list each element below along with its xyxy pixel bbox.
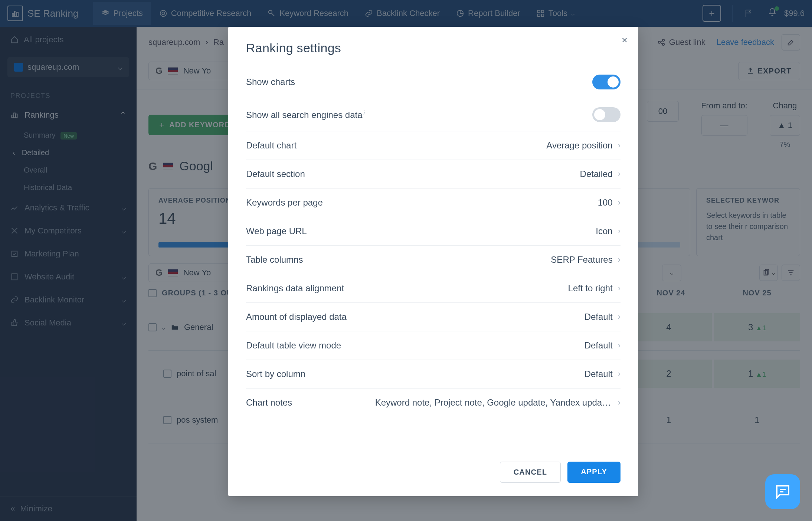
setting-default-chart[interactable]: Default chart Average position› xyxy=(246,131,621,160)
setting-show-charts-label: Show charts xyxy=(246,77,295,87)
show-all-se-toggle[interactable] xyxy=(592,107,621,122)
chevron-right-icon: › xyxy=(618,398,621,407)
chat-icon xyxy=(774,483,792,501)
close-icon xyxy=(621,36,629,44)
apply-button[interactable]: APPLY xyxy=(567,462,621,483)
setting-amount-displayed[interactable]: Amount of displayed data Default› xyxy=(246,303,621,331)
chat-widget[interactable] xyxy=(765,474,800,509)
setting-table-columns[interactable]: Table columns SERP Features› xyxy=(246,246,621,274)
setting-chart-notes[interactable]: Chart notes Keyword note, Project note, … xyxy=(246,389,621,417)
setting-web-page-url[interactable]: Web page URL Icon› xyxy=(246,217,621,246)
chevron-right-icon: › xyxy=(618,369,621,379)
cancel-button[interactable]: CANCEL xyxy=(500,462,561,483)
chevron-right-icon: › xyxy=(618,284,621,293)
modal-title: Ranking settings xyxy=(246,41,621,55)
ranking-settings-modal: Ranking settings Show charts Show all se… xyxy=(228,27,638,496)
chevron-right-icon: › xyxy=(618,141,621,150)
chevron-right-icon: › xyxy=(618,255,621,265)
setting-sort-column[interactable]: Sort by column Default› xyxy=(246,360,621,389)
close-button[interactable] xyxy=(621,35,629,47)
chevron-right-icon: › xyxy=(618,312,621,322)
chevron-right-icon: › xyxy=(618,341,621,350)
setting-view-mode[interactable]: Default table view mode Default› xyxy=(246,331,621,360)
setting-alignment[interactable]: Rankings data alignment Left to right› xyxy=(246,274,621,303)
setting-keywords-per-page[interactable]: Keywords per page 100› xyxy=(246,189,621,217)
setting-show-all-se-label: Show all search engines datai xyxy=(246,109,365,120)
chevron-right-icon: › xyxy=(618,169,621,179)
show-charts-toggle[interactable] xyxy=(592,75,621,89)
chevron-right-icon: › xyxy=(618,198,621,207)
setting-default-section[interactable]: Default section Detailed› xyxy=(246,160,621,189)
chevron-right-icon: › xyxy=(618,226,621,236)
info-icon[interactable]: i xyxy=(364,109,365,116)
